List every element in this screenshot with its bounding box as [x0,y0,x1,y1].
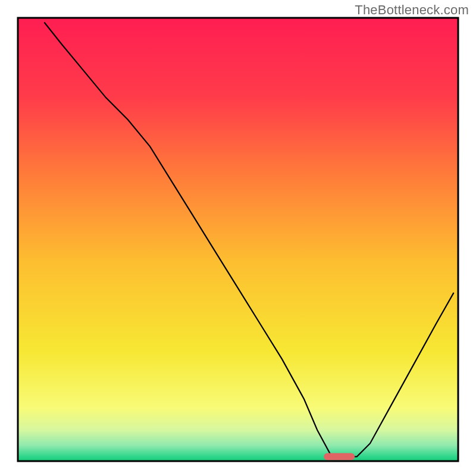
plot-background [18,18,458,461]
optimum-marker [324,453,355,461]
chart-container: TheBottleneck.com [0,0,476,476]
bottleneck-chart [0,0,476,476]
plot-area [18,18,458,461]
watermark-label: TheBottleneck.com [355,2,469,18]
